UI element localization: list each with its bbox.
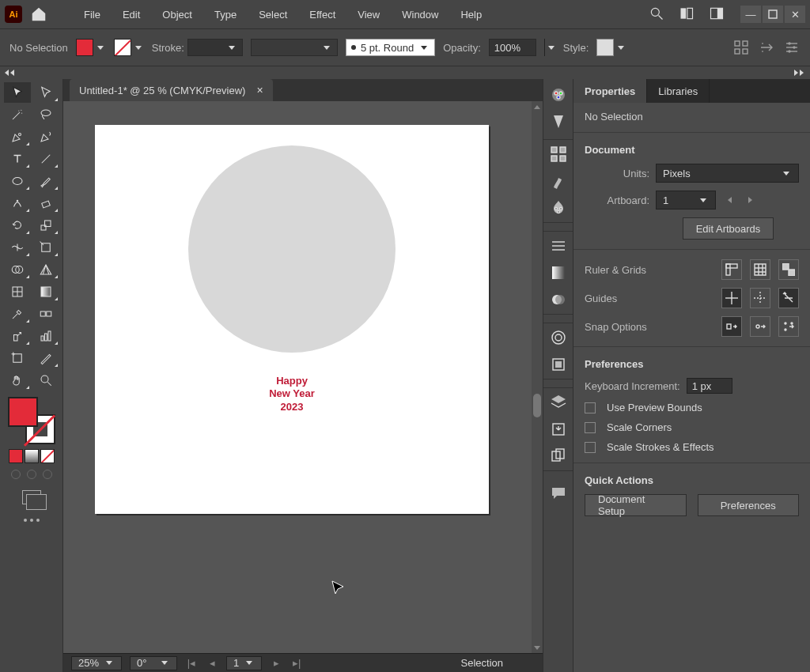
- snap-to-grid-icon[interactable]: [778, 316, 799, 337]
- guides-lock-icon[interactable]: [750, 288, 770, 308]
- blend-tool[interactable]: [32, 304, 59, 324]
- fill-swatch[interactable]: [76, 39, 106, 56]
- hand-tool[interactable]: [4, 370, 31, 391]
- units-select[interactable]: Pixels: [656, 164, 799, 183]
- width-tool[interactable]: [4, 237, 31, 258]
- color-mode-swatches[interactable]: [9, 449, 55, 463]
- layers-panel-icon[interactable]: [549, 393, 568, 412]
- symbols-panel-icon[interactable]: [549, 198, 568, 217]
- keyboard-increment-input[interactable]: 1 px: [687, 378, 732, 394]
- stroke-panel-icon[interactable]: [549, 236, 568, 255]
- graphic-style[interactable]: [596, 39, 626, 56]
- curvature-tool[interactable]: [32, 126, 59, 147]
- direct-selection-tool[interactable]: [32, 82, 59, 103]
- rotate-tool[interactable]: [4, 215, 31, 236]
- edit-toolbar-button[interactable]: [24, 519, 40, 522]
- pen-tool[interactable]: [4, 126, 31, 147]
- opacity-caret[interactable]: [544, 39, 555, 56]
- slice-tool[interactable]: [32, 348, 59, 368]
- transparency-panel-icon[interactable]: [549, 290, 568, 309]
- artwork-circle[interactable]: [188, 145, 396, 353]
- zoom-field[interactable]: 25%: [71, 656, 122, 670]
- next-artboard-icon[interactable]: ▸: [270, 657, 282, 670]
- menu-object[interactable]: Object: [151, 9, 203, 21]
- zoom-tool[interactable]: [32, 370, 59, 391]
- menu-file[interactable]: File: [73, 9, 112, 21]
- menu-window[interactable]: Window: [391, 9, 449, 21]
- artboards-panel-icon[interactable]: [549, 447, 568, 466]
- tab-libraries[interactable]: Libraries: [647, 79, 710, 103]
- menu-help[interactable]: Help: [449, 9, 493, 21]
- free-transform-tool[interactable]: [32, 237, 59, 258]
- document-setup-button[interactable]: Document Setup: [585, 494, 687, 516]
- grid-toggle-icon[interactable]: [750, 259, 770, 280]
- brush-definition[interactable]: 5 pt. Round: [346, 39, 435, 56]
- swatches-panel-icon[interactable]: [549, 145, 568, 164]
- lasso-tool[interactable]: [32, 104, 59, 125]
- prev-artboard-button[interactable]: [722, 193, 736, 207]
- close-tab-icon[interactable]: ×: [256, 84, 263, 96]
- rotation-field[interactable]: 0°: [130, 656, 177, 670]
- artboard-nav-field[interactable]: 1: [226, 656, 262, 670]
- graphic-styles-panel-icon[interactable]: [549, 355, 568, 374]
- fill-stroke-indicator[interactable]: [8, 397, 55, 444]
- smart-guides-icon[interactable]: [778, 288, 799, 308]
- variable-width-profile[interactable]: [251, 39, 338, 56]
- arrange-documents-icon[interactable]: [679, 6, 695, 24]
- perspective-grid-tool[interactable]: [32, 259, 59, 280]
- canvas-viewport[interactable]: Happy New Year 2023: [63, 101, 543, 653]
- stroke-weight-input[interactable]: [187, 39, 243, 56]
- artboard[interactable]: Happy New Year 2023: [95, 125, 489, 514]
- vertical-scrollbar[interactable]: [532, 101, 543, 653]
- snap-to-pixel-icon[interactable]: [721, 316, 742, 337]
- mesh-tool[interactable]: [4, 281, 31, 302]
- preferences-button[interactable]: Preferences: [698, 494, 800, 516]
- collapse-toolbox-button[interactable]: [0, 66, 63, 79]
- color-panel-icon[interactable]: [549, 85, 568, 104]
- opacity-input[interactable]: 100%: [489, 39, 536, 56]
- comments-panel-icon[interactable]: [549, 484, 568, 503]
- magic-wand-tool[interactable]: [4, 104, 31, 125]
- artboard-tool[interactable]: [4, 348, 31, 368]
- transform-panel-icon[interactable]: [758, 39, 775, 56]
- window-minimize-button[interactable]: —: [740, 6, 761, 23]
- line-segment-tool[interactable]: [32, 149, 59, 169]
- artwork-text[interactable]: Happy New Year 2023: [95, 375, 489, 413]
- document-tab[interactable]: Untitled-1* @ 25 % (CMYK/Preview) ×: [70, 79, 273, 101]
- appearance-panel-icon[interactable]: [549, 328, 568, 347]
- symbol-sprayer-tool[interactable]: [4, 326, 31, 346]
- snap-to-point-icon[interactable]: [750, 316, 770, 337]
- artboard-select[interactable]: 1: [656, 191, 716, 210]
- menu-view[interactable]: View: [346, 9, 391, 21]
- gradient-panel-icon[interactable]: [549, 263, 568, 282]
- home-icon[interactable]: [30, 6, 47, 23]
- preferences-panel-icon[interactable]: [783, 39, 801, 56]
- stroke-swatch[interactable]: [114, 39, 144, 56]
- scroll-down-icon[interactable]: [532, 642, 543, 653]
- scroll-thumb[interactable]: [533, 394, 541, 417]
- selection-tool[interactable]: [4, 82, 31, 103]
- workspace-icon[interactable]: [709, 6, 725, 24]
- gradient-tool[interactable]: [32, 281, 59, 302]
- prev-artboard-icon[interactable]: ◂: [206, 657, 218, 670]
- paintbrush-tool[interactable]: [32, 171, 59, 191]
- menu-effect[interactable]: Effect: [298, 9, 346, 21]
- scale-tool[interactable]: [32, 215, 59, 236]
- menu-edit[interactable]: Edit: [112, 9, 151, 21]
- scroll-up-icon[interactable]: [532, 101, 543, 112]
- next-artboard-button[interactable]: [743, 193, 757, 207]
- draw-mode-icons[interactable]: [11, 470, 52, 479]
- asset-export-panel-icon[interactable]: [549, 420, 568, 439]
- search-icon[interactable]: [649, 6, 664, 24]
- transparency-grid-toggle-icon[interactable]: [778, 259, 799, 280]
- align-panel-icon[interactable]: [732, 39, 750, 56]
- edit-artboards-button[interactable]: Edit Artboards: [683, 217, 774, 240]
- window-maximize-button[interactable]: [763, 6, 783, 23]
- color-guide-panel-icon[interactable]: [549, 112, 568, 131]
- scale-strokes-checkbox[interactable]: Scale Strokes & Effects: [585, 441, 799, 453]
- shape-builder-tool[interactable]: [4, 259, 31, 280]
- menu-type[interactable]: Type: [203, 9, 248, 21]
- use-preview-bounds-checkbox[interactable]: Use Preview Bounds: [585, 402, 799, 413]
- last-artboard-icon[interactable]: ▸|: [290, 657, 303, 670]
- eraser-tool[interactable]: [32, 193, 59, 213]
